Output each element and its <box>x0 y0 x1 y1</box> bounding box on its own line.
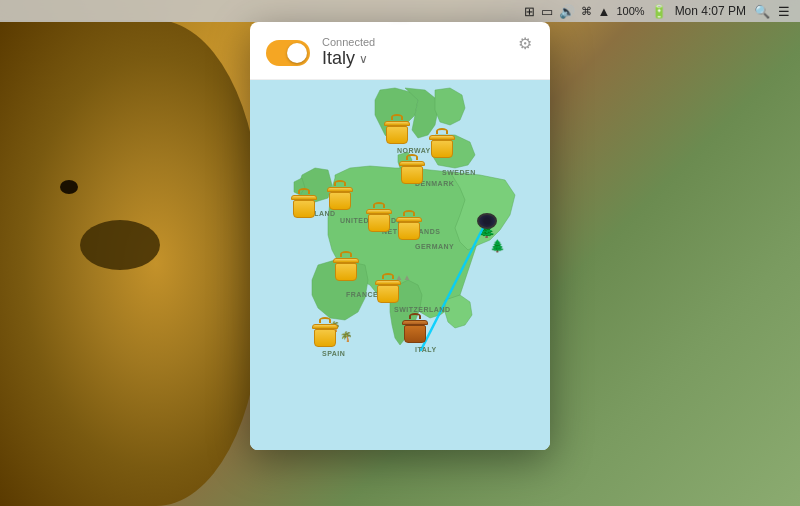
vpn-header: Connected Italy ∨ ⚙ <box>250 22 550 80</box>
battery-icon: 🔋 <box>651 4 667 19</box>
server-pin-spain[interactable] <box>311 318 339 350</box>
bear-image <box>0 20 260 506</box>
connection-source <box>477 213 497 229</box>
svg-text:🌴: 🌴 <box>340 330 353 343</box>
server-pin-france[interactable] <box>332 252 360 284</box>
location-chevron: ∨ <box>359 52 368 66</box>
gear-button[interactable]: ⚙ <box>518 34 538 54</box>
vpn-connected-label: Connected <box>322 36 534 48</box>
volume-icon[interactable]: 🔊 <box>559 4 575 19</box>
server-pin-italy[interactable] <box>401 314 429 346</box>
grid-icon[interactable]: ⊞ <box>524 4 535 19</box>
vpn-location-text: Italy <box>322 48 355 69</box>
server-pin-sweden[interactable] <box>428 129 456 161</box>
wifi-icon[interactable]: ▲ <box>598 4 611 19</box>
bear-nose <box>80 220 160 270</box>
server-pin-germany[interactable] <box>395 211 423 243</box>
vpn-status-info: Connected Italy ∨ <box>322 36 534 69</box>
menu-icon[interactable]: ☰ <box>778 4 790 19</box>
menubar-time: Mon 4:07 PM <box>675 4 746 18</box>
server-pin-denmark[interactable] <box>398 155 426 187</box>
svg-text:🌲: 🌲 <box>490 238 505 253</box>
server-pin-uk[interactable] <box>326 181 354 213</box>
menubar-icons: ⊞ ▭ 🔊 ⌘ ▲ 100% 🔋 <box>524 4 667 19</box>
vpn-panel: Connected Italy ∨ ⚙ <box>250 22 550 450</box>
map-container: 🌲 🌲 🌴 🌴 ▲▲ NORWAY SWEDEN IRELAND UNITED … <box>250 80 550 450</box>
server-pin-ireland[interactable] <box>290 189 318 221</box>
server-pin-switzerland[interactable] <box>374 274 402 306</box>
battery-text: 100% <box>616 5 644 17</box>
bluetooth-icon[interactable]: ⌘ <box>581 5 592 18</box>
search-icon[interactable]: 🔍 <box>754 4 770 19</box>
server-pin-netherlands[interactable] <box>365 203 393 235</box>
vpn-location[interactable]: Italy ∨ <box>322 48 534 69</box>
vpn-toggle[interactable] <box>266 40 310 66</box>
bear-eye <box>60 180 78 194</box>
monitor-icon[interactable]: ▭ <box>541 4 553 19</box>
server-pin-norway[interactable] <box>383 115 411 147</box>
menubar: ⊞ ▭ 🔊 ⌘ ▲ 100% 🔋 Mon 4:07 PM 🔍 ☰ <box>0 0 800 22</box>
